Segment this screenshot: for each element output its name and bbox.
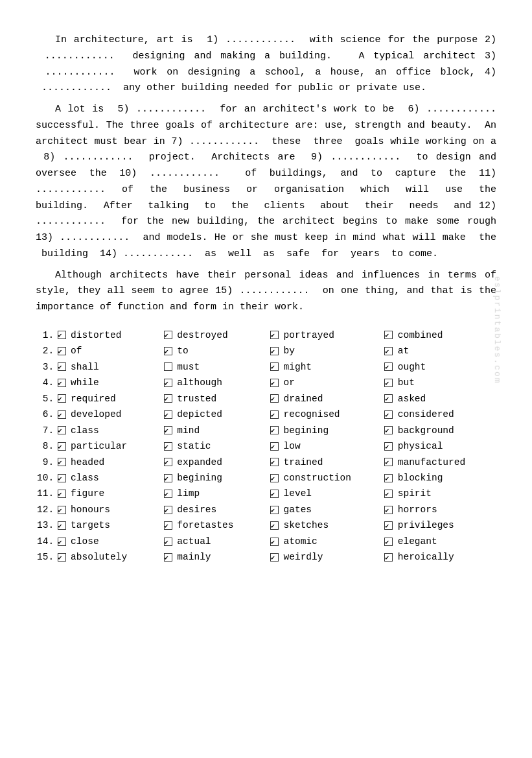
- checkbox-cell: [55, 517, 69, 533]
- checkbox-icon[interactable]: [384, 490, 393, 498]
- checkbox-icon[interactable]: [384, 442, 393, 451]
- checkbox-icon[interactable]: [384, 362, 393, 371]
- checkbox-icon[interactable]: [164, 474, 172, 482]
- checkbox-cell: [268, 407, 283, 422]
- checkbox-icon[interactable]: [270, 521, 279, 530]
- row-number: 6.: [36, 407, 55, 422]
- checkbox-icon[interactable]: [270, 553, 279, 562]
- checkbox-icon[interactable]: [58, 442, 66, 451]
- checkbox-icon[interactable]: [270, 426, 279, 434]
- checkbox-icon[interactable]: [384, 394, 393, 403]
- answer-word: destroyed: [176, 327, 268, 343]
- checkbox-cell: [161, 407, 176, 422]
- checkbox-cell: [382, 502, 397, 517]
- checkbox-icon[interactable]: [58, 331, 66, 339]
- checkbox-icon[interactable]: [384, 538, 393, 546]
- checkbox-icon[interactable]: [164, 521, 172, 530]
- checkbox-icon[interactable]: [164, 331, 172, 339]
- answer-word: developed: [69, 407, 161, 422]
- checkbox-cell: [161, 502, 176, 517]
- checkbox-icon[interactable]: [270, 506, 279, 514]
- checkbox-icon[interactable]: [384, 521, 393, 530]
- checkbox-icon[interactable]: [270, 394, 279, 403]
- checkbox-icon[interactable]: [58, 474, 66, 482]
- checkbox-cell: [268, 455, 283, 470]
- answer-word: required: [69, 391, 161, 407]
- checkbox-icon[interactable]: [384, 426, 393, 434]
- checkbox-icon[interactable]: [58, 347, 66, 355]
- checkbox-icon[interactable]: [164, 394, 172, 403]
- answer-word: blocking: [397, 470, 496, 486]
- checkbox-icon[interactable]: [58, 458, 66, 466]
- answer-word: honours: [69, 502, 161, 517]
- checkbox-cell: [161, 343, 176, 359]
- checkbox-icon[interactable]: [270, 458, 279, 466]
- checkbox-icon[interactable]: [58, 490, 66, 498]
- checkbox-cell: [55, 391, 69, 407]
- checkbox-icon[interactable]: [164, 379, 172, 387]
- checkbox-cell: [55, 438, 69, 454]
- checkbox-icon[interactable]: [58, 538, 66, 546]
- checkbox-icon[interactable]: [164, 506, 172, 514]
- checkbox-icon[interactable]: [384, 379, 393, 387]
- checkbox-icon[interactable]: [164, 426, 172, 434]
- row-number: 5.: [36, 391, 55, 407]
- checkbox-icon[interactable]: [270, 490, 279, 498]
- checkbox-icon[interactable]: [58, 362, 66, 371]
- checkbox-icon[interactable]: [384, 474, 393, 482]
- checkbox-icon[interactable]: [58, 553, 66, 562]
- answer-word: recognised: [283, 407, 382, 422]
- checkbox-cell: [161, 327, 176, 343]
- answer-word: close: [69, 534, 161, 549]
- checkbox-icon[interactable]: [270, 331, 279, 339]
- checkbox-icon[interactable]: [384, 410, 393, 419]
- checkbox-icon[interactable]: [164, 553, 172, 562]
- checkbox-icon[interactable]: [270, 347, 279, 355]
- checkbox-icon[interactable]: [270, 442, 279, 451]
- checkbox-icon[interactable]: [164, 442, 172, 451]
- answer-word: manufactured: [397, 455, 496, 470]
- checkbox-icon[interactable]: [164, 347, 172, 355]
- checkbox-icon[interactable]: [58, 506, 66, 514]
- answer-word: static: [176, 438, 268, 454]
- checkbox-icon[interactable]: [384, 506, 393, 514]
- answer-word: mainly: [176, 549, 268, 565]
- checkbox-icon[interactable]: [164, 538, 172, 546]
- checkbox-icon[interactable]: [164, 410, 172, 419]
- checkbox-icon[interactable]: [164, 458, 172, 466]
- checkbox-icon[interactable]: [270, 379, 279, 387]
- checkbox-cell: [382, 423, 397, 438]
- checkbox-cell: [268, 327, 283, 343]
- answer-word: while: [69, 375, 161, 390]
- checkbox-icon[interactable]: [270, 410, 279, 419]
- checkbox-icon[interactable]: [384, 458, 393, 466]
- checkbox-icon[interactable]: [58, 426, 66, 434]
- checkbox-cell: [268, 438, 283, 454]
- checkbox-cell: [55, 407, 69, 422]
- row-number: 11.: [36, 486, 55, 501]
- row-number: 3.: [36, 359, 55, 375]
- checkbox-icon[interactable]: [384, 553, 393, 562]
- checkbox-icon[interactable]: [164, 362, 172, 371]
- checkbox-icon[interactable]: [384, 347, 393, 355]
- checkbox-cell: [382, 391, 397, 407]
- checkbox-icon[interactable]: [164, 490, 172, 498]
- checkbox-icon[interactable]: [270, 538, 279, 546]
- answer-word: physical: [397, 438, 496, 454]
- checkbox-cell: [55, 486, 69, 501]
- checkbox-icon[interactable]: [58, 521, 66, 530]
- checkbox-icon[interactable]: [384, 331, 393, 339]
- table-row: 12.honoursdesiresgateshorrors: [36, 502, 496, 517]
- checkbox-icon[interactable]: [270, 474, 279, 482]
- choices-table: 1.distorteddestroyedportrayedcombined2.o…: [36, 327, 496, 565]
- checkbox-icon[interactable]: [58, 394, 66, 403]
- checkbox-icon[interactable]: [270, 362, 279, 371]
- checkbox-cell: [382, 359, 397, 375]
- checkbox-cell: [161, 391, 176, 407]
- answer-word: asked: [397, 391, 496, 407]
- checkbox-cell: [161, 438, 176, 454]
- checkbox-icon[interactable]: [58, 379, 66, 387]
- checkbox-icon[interactable]: [58, 410, 66, 419]
- checkbox-cell: [382, 549, 397, 565]
- answer-word: limp: [176, 486, 268, 501]
